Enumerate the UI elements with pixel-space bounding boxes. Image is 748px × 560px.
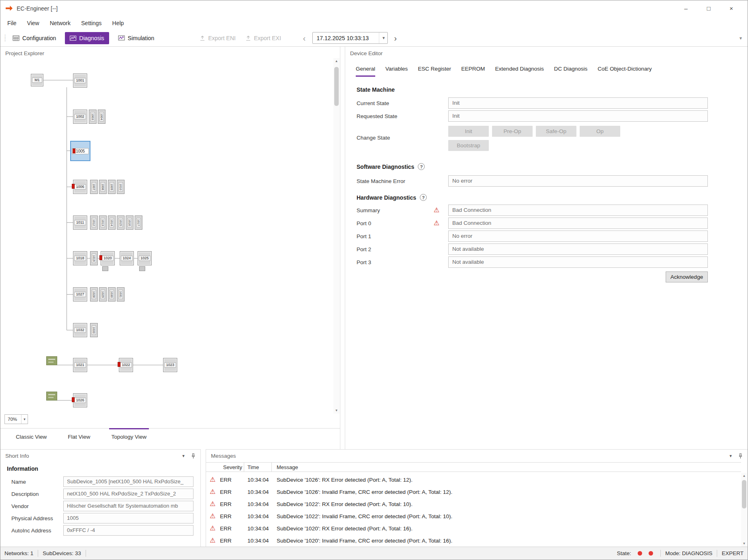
- tab-dc-diagnosis[interactable]: DC Diagnosis: [554, 66, 588, 77]
- tab-variables[interactable]: Variables: [385, 66, 408, 77]
- message-row[interactable]: ⚠ERR10:34:04SubDevice '1020': Invalid Fr…: [206, 534, 741, 547]
- safe-op-button[interactable]: Safe-Op: [536, 126, 576, 137]
- hw-field-port-0[interactable]: Bad Connection: [448, 218, 708, 229]
- device-node-1021[interactable]: 1021: [73, 358, 87, 372]
- tab-coe-object-dictionary[interactable]: CoE Object-Dictionary: [598, 66, 652, 77]
- hw-field-port-2[interactable]: Not available: [448, 243, 708, 255]
- messages-scrollbar[interactable]: ▲ ▼: [741, 473, 747, 547]
- menu-item-view[interactable]: View: [22, 17, 45, 29]
- device-node-1020[interactable]: 1020: [101, 251, 115, 265]
- info-value-vendor[interactable]: Hilscher Gesellschaft für Systemautomati…: [63, 501, 193, 511]
- help-icon[interactable]: ?: [418, 163, 425, 170]
- tab-eeprom[interactable]: EEPROM: [461, 66, 485, 77]
- view-tab-classic-view[interactable]: Classic View: [16, 429, 47, 444]
- info-value-description[interactable]: netX100_500 HAL RxPdoSize_2 TxPdoSize_2: [63, 489, 193, 499]
- device-node-1031[interactable]: 1031: [117, 287, 125, 302]
- device-node-M1[interactable]: M1: [31, 74, 43, 86]
- device-node-1017[interactable]: 1017: [135, 215, 142, 230]
- topology-canvas[interactable]: M110011002100310041005100610071008100910…: [0, 47, 333, 428]
- bootstrap-button[interactable]: Bootstrap: [448, 140, 489, 151]
- chevron-down-icon[interactable]: ▾: [729, 453, 732, 459]
- device-node-1018[interactable]: 1018: [73, 251, 87, 265]
- zoom-control[interactable]: 70% ▾: [4, 414, 28, 424]
- hw-field-summary[interactable]: Bad Connection: [448, 205, 708, 216]
- scroll-down-icon[interactable]: ▼: [333, 407, 340, 414]
- device-node-1010[interactable]: 1010: [117, 180, 125, 194]
- tab-general[interactable]: General: [356, 66, 375, 77]
- toolbar-overflow-icon[interactable]: ▾: [739, 35, 744, 41]
- tab-extended-diagnosis[interactable]: Extended Diagnosis: [495, 66, 544, 77]
- device-node-1016[interactable]: 1016: [126, 215, 133, 230]
- device-node-1026[interactable]: 1026: [73, 393, 87, 407]
- device-node-1012[interactable]: 1012: [90, 215, 98, 230]
- device-node-1028[interactable]: 1028: [90, 287, 98, 302]
- datetime-picker[interactable]: 17.12.2025 10:33:13 ▾: [312, 32, 388, 44]
- close-icon[interactable]: ×: [720, 0, 743, 16]
- current-state-field[interactable]: Init: [448, 97, 708, 109]
- device-node-1003[interactable]: 1003: [89, 110, 97, 124]
- export-exi-button[interactable]: Export EXI: [241, 32, 286, 44]
- menu-item-settings[interactable]: Settings: [76, 17, 107, 29]
- hw-field-port-3[interactable]: Not available: [448, 256, 708, 268]
- view-tab-flat-view[interactable]: Flat View: [68, 429, 90, 444]
- menu-item-network[interactable]: Network: [45, 17, 76, 29]
- module-node[interactable]: [139, 266, 145, 271]
- history-back-icon[interactable]: ‹: [298, 34, 311, 42]
- acknowledge-button[interactable]: Acknowledge: [666, 271, 708, 282]
- device-node-1002[interactable]: 1002: [73, 110, 87, 124]
- pre-op-button[interactable]: Pre-Op: [492, 126, 533, 137]
- op-button[interactable]: Op: [580, 126, 620, 137]
- device-node-1008[interactable]: 1008: [99, 180, 107, 194]
- message-row[interactable]: ⚠ERR10:34:04SubDevice '1020': RX Error d…: [206, 522, 741, 534]
- history-forward-icon[interactable]: ›: [389, 34, 402, 42]
- pin-icon[interactable]: [738, 453, 743, 459]
- requested-state-field[interactable]: Init: [448, 110, 708, 122]
- device-node-1023[interactable]: 1023: [163, 358, 177, 372]
- scrollbar-thumb[interactable]: [742, 480, 746, 508]
- device-node-1001[interactable]: 1001: [73, 73, 87, 88]
- device-node-1025[interactable]: 1025: [138, 251, 152, 265]
- device-node-1014[interactable]: 1014: [108, 215, 116, 230]
- message-row[interactable]: ⚠ERR10:34:04SubDevice '1022': RX Error d…: [206, 498, 741, 510]
- tab-esc-register[interactable]: ESC Register: [418, 66, 451, 77]
- adapter-node[interactable]: [46, 356, 57, 365]
- device-node-1024[interactable]: 1024: [120, 251, 134, 265]
- chevron-down-icon[interactable]: ▾: [182, 453, 185, 459]
- export-eni-button[interactable]: Export ENI: [195, 32, 241, 44]
- device-node-1013[interactable]: 1013: [99, 215, 107, 230]
- info-value-physical-address[interactable]: 1005: [63, 513, 193, 523]
- device-node-1027[interactable]: 1027: [73, 287, 87, 302]
- project-explorer-scrollbar[interactable]: ▲ ▼: [333, 58, 340, 414]
- chevron-down-icon[interactable]: ▾: [379, 32, 385, 43]
- device-node-1015[interactable]: 1015: [117, 215, 125, 230]
- adapter-node[interactable]: [46, 392, 57, 401]
- device-node-1030[interactable]: 1030: [108, 287, 116, 302]
- diagnosis-button[interactable]: Diagnosis: [65, 32, 109, 44]
- scrollbar-thumb[interactable]: [334, 67, 339, 106]
- device-node-1019[interactable]: 1019: [90, 251, 98, 265]
- message-row[interactable]: ⚠ERR10:34:04SubDevice '1026': RX Error d…: [206, 474, 741, 486]
- info-value-autoinc-address[interactable]: 0xFFFC / -4: [63, 525, 193, 536]
- device-node-1005[interactable]: 1005: [70, 141, 90, 161]
- device-node-1004[interactable]: 1004: [98, 110, 105, 124]
- message-row[interactable]: ⚠ERR10:34:04SubDevice '1022': Invalid Fr…: [206, 510, 741, 522]
- minimize-icon[interactable]: –: [675, 0, 697, 16]
- scroll-up-icon[interactable]: ▲: [741, 473, 747, 479]
- scroll-down-icon[interactable]: ▼: [741, 541, 747, 547]
- info-value-name[interactable]: SubDevice_1005 [netX100_500 HAL RxPdoSiz…: [63, 476, 193, 487]
- help-icon[interactable]: ?: [420, 194, 427, 201]
- state-machine-error-field[interactable]: No error: [448, 175, 708, 187]
- device-node-1007[interactable]: 1007: [90, 180, 98, 194]
- device-node-1011[interactable]: 1011: [73, 215, 87, 230]
- device-node-1032[interactable]: 1032: [73, 323, 87, 337]
- menu-item-file[interactable]: File: [2, 17, 22, 29]
- hw-field-port-1[interactable]: No error: [448, 230, 708, 242]
- device-node-1033[interactable]: 1033: [90, 323, 98, 337]
- menu-item-help[interactable]: Help: [107, 17, 129, 29]
- module-node[interactable]: [102, 266, 108, 271]
- device-node-1029[interactable]: 1029: [99, 287, 107, 302]
- init-button[interactable]: Init: [448, 126, 489, 137]
- device-node-1009[interactable]: 1009: [108, 180, 116, 194]
- simulation-button[interactable]: Simulation: [113, 32, 159, 44]
- pin-icon[interactable]: [191, 453, 196, 459]
